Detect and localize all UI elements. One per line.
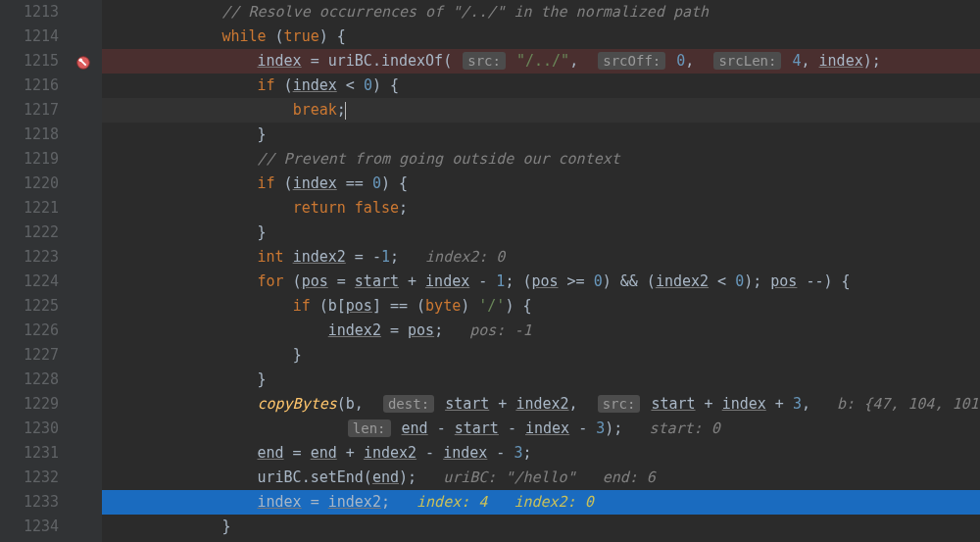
line-number: 1215	[6, 49, 59, 74]
token-var: end	[372, 468, 399, 486]
line-number: 1214	[6, 25, 59, 49]
token-hint-box: srcOff:	[598, 52, 665, 70]
token-kw: for	[258, 272, 284, 290]
code-area[interactable]: // Resolve occurrences of "/../" in the …	[102, 0, 980, 542]
line-number: 1217	[6, 98, 59, 123]
token-var: start	[455, 419, 499, 437]
token-num: 0	[594, 272, 603, 290]
token-var: index2	[293, 248, 346, 266]
token-kw: byte	[425, 297, 461, 315]
token-var: end	[258, 444, 284, 462]
code-line[interactable]: }	[102, 123, 980, 147]
token-hint: uriBC: "/hello" end: 6	[443, 468, 656, 486]
code-line[interactable]: }	[102, 221, 980, 245]
token-var: index	[258, 493, 302, 511]
token-str: "/../"	[516, 52, 569, 70]
code-line[interactable]: if (index == 0) {	[102, 172, 980, 196]
line-number: 1223	[6, 245, 59, 270]
code-line[interactable]: // Resolve occurrences of "/../" in the …	[102, 0, 980, 25]
token-var: index	[819, 52, 863, 70]
token-hint-box: src:	[598, 395, 641, 413]
line-number: 1216	[6, 74, 59, 98]
line-number: 1231	[6, 441, 59, 466]
token-kw: if	[258, 174, 275, 192]
code-line[interactable]: end = end + index2 - index - 3;	[102, 441, 980, 466]
token-var: index	[525, 419, 569, 437]
token-kw: return false	[293, 199, 399, 217]
line-number: 1224	[6, 270, 59, 294]
token-hint-box: src:	[463, 52, 506, 70]
token-num: 3	[793, 395, 802, 413]
code-line[interactable]: int index2 = -1; index2: 0	[102, 245, 980, 270]
token-num: 3	[514, 444, 522, 462]
token-var: index	[258, 52, 302, 70]
token-hint: b: {47, 104, 101	[837, 395, 979, 413]
token-var: index	[443, 444, 487, 462]
token-cmt: // Resolve occurrences of "/../" in the …	[221, 3, 709, 21]
token-num: 0	[676, 52, 685, 70]
code-line[interactable]: }	[102, 343, 980, 368]
code-line[interactable]: index = index2; index: 4 index2: 0	[102, 490, 980, 515]
code-line[interactable]: len: end - start - index - 3); start: 0	[102, 417, 980, 441]
code-line[interactable]: copyBytes(b, dest: start + index2, src: …	[102, 392, 980, 417]
line-number: 1220	[6, 172, 59, 196]
code-line[interactable]: for (pos = start + index - 1; (pos >= 0)…	[102, 270, 980, 294]
token-var: pos	[531, 272, 558, 290]
token-kw: if	[258, 76, 275, 94]
token-num: 4	[792, 52, 801, 70]
code-line[interactable]: }	[102, 515, 980, 539]
token-num: 0	[364, 76, 372, 94]
token-var: index2	[656, 272, 709, 290]
token-num: 3	[596, 419, 605, 437]
code-line[interactable]: uriBC.setEnd(end); uriBC: "/hello" end: …	[102, 466, 980, 490]
token-num: 1	[381, 248, 390, 266]
code-line[interactable]: index2 = pos; pos: -1	[102, 319, 980, 343]
line-number: 1233	[6, 490, 59, 515]
code-line[interactable]: }	[102, 368, 980, 392]
code-line[interactable]: // Prevent from going outside our contex…	[102, 147, 980, 172]
token-var: index2	[515, 395, 568, 413]
token-var: pos	[346, 297, 372, 315]
line-number: 1219	[6, 147, 59, 172]
token-kw: while	[221, 27, 266, 45]
token-str: '/'	[478, 297, 505, 315]
token-kw: if	[293, 297, 311, 315]
token-num: 0	[735, 272, 744, 290]
line-number: 1228	[6, 368, 59, 392]
line-number: 1229	[6, 392, 59, 417]
token-var: start	[651, 395, 695, 413]
token-var: index	[293, 174, 337, 192]
token-var: end	[311, 444, 337, 462]
code-line[interactable]: return false;	[102, 196, 980, 221]
marker-column	[69, 0, 102, 542]
line-number: 1227	[6, 343, 59, 368]
token-var: end	[402, 419, 428, 437]
token-hint-box: srcLen:	[713, 52, 781, 70]
code-line[interactable]: if (index < 0) {	[102, 74, 980, 98]
line-number-gutter: 1213121412151216121712181219122012211222…	[0, 0, 69, 542]
token-kw: break	[293, 101, 337, 119]
token-var: pos	[408, 321, 434, 339]
code-line[interactable]: if (b[pos] == (byte) '/') {	[102, 294, 980, 319]
line-number: 1222	[6, 221, 59, 245]
breakpoint-icon[interactable]	[74, 54, 92, 72]
token-var: index	[425, 272, 469, 290]
token-var: index	[722, 395, 766, 413]
line-number: 1213	[6, 0, 59, 25]
token-hint: pos: -1	[469, 321, 531, 339]
line-number: 1234	[6, 515, 59, 539]
token-var: index	[293, 76, 337, 94]
code-line[interactable]: while (true) {	[102, 25, 980, 49]
code-line[interactable]: index = uriBC.indexOf( src: "/../", srcO…	[102, 49, 980, 74]
code-editor[interactable]: 1213121412151216121712181219122012211222…	[0, 0, 980, 542]
token-var: index2	[328, 321, 381, 339]
token-var: pos	[302, 272, 328, 290]
token-var: index2	[328, 493, 381, 511]
token-var: start	[445, 395, 489, 413]
text-caret	[345, 102, 346, 120]
token-hint: start: 0	[649, 419, 719, 437]
code-line[interactable]: break;	[102, 98, 980, 123]
line-number: 1218	[6, 123, 59, 147]
line-number: 1225	[6, 294, 59, 319]
line-number: 1221	[6, 196, 59, 221]
